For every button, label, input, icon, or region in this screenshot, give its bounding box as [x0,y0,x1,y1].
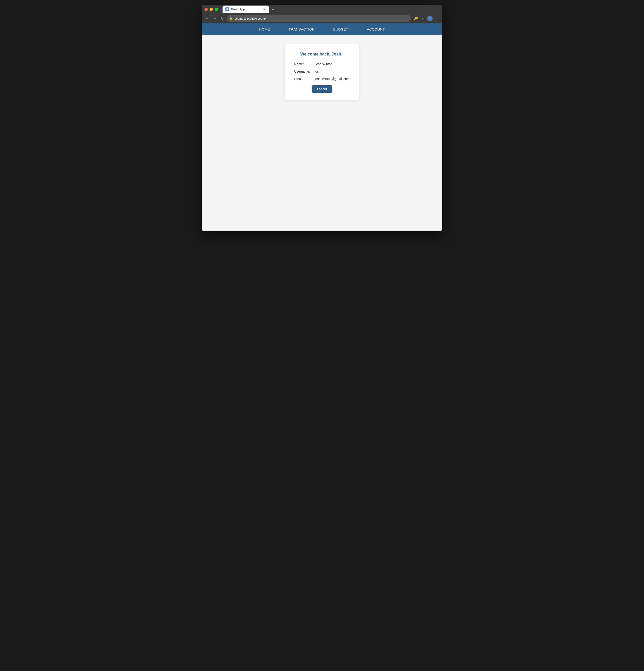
logout-button[interactable]: Logout [312,85,333,93]
username-row: Username: josh [294,69,350,73]
browser-tab-active[interactable]: R React App × [223,5,269,13]
browser-addressbar: ← → ↻ 🔒 localhost:3001/Account/ 🔑 ☆ J ⋮ [202,14,442,23]
tab-title: React App [231,8,260,11]
minimize-traffic-light[interactable] [210,8,213,11]
address-url: localhost:3001/Account/ [234,17,266,20]
menu-icon[interactable]: ⋮ [434,16,439,21]
new-tab-button[interactable]: + [270,7,276,13]
logout-container: Logout [294,85,350,93]
tab-bar: R React App × + [223,5,439,13]
email-label: Email: [294,77,313,81]
maximize-traffic-light[interactable] [215,8,218,11]
email-value: joshcwinton@gmail.com [314,77,349,81]
address-lock-icon: 🔒 [229,17,233,20]
browser-actions: 🔑 ☆ J ⋮ [413,16,439,21]
address-bar[interactable]: 🔒 localhost:3001/Account/ [227,15,411,22]
username-label: Username: [294,69,313,73]
username-value: josh [314,69,321,73]
nav-item-budget[interactable]: BUDGET [333,27,348,31]
back-button[interactable]: ← [205,16,210,21]
forward-button[interactable]: → [212,16,218,21]
traffic-lights [205,8,218,11]
nav-item-transaction[interactable]: TRANSACTION [288,27,314,31]
name-row: Name: Josh Winton [294,62,350,66]
key-icon[interactable]: 🔑 [413,16,419,21]
account-card: Welcome back, Josh ! Name: Josh Winton U… [285,45,359,100]
email-row: Email: joshcwinton@gmail.com [294,77,350,81]
browser-chrome: R React App × + ← → ↻ 🔒 localhost:3001/A… [202,5,442,23]
bookmark-icon[interactable]: ☆ [420,16,426,21]
app-content: HOME TRANSACTION BUDGET ACCOUNT Welcome … [202,23,442,231]
nav-item-account[interactable]: ACCOUNT [367,27,385,31]
refresh-button[interactable]: ↻ [219,16,225,21]
name-value: Josh Winton [314,62,332,66]
navbar: HOME TRANSACTION BUDGET ACCOUNT [202,23,442,35]
name-label: Name: [294,62,313,66]
profile-button[interactable]: J [427,16,433,21]
close-traffic-light[interactable] [205,8,208,11]
browser-titlebar: R React App × + [202,5,442,14]
main-content: Welcome back, Josh ! Name: Josh Winton U… [202,35,442,109]
tab-favicon: R [225,8,229,11]
nav-item-home[interactable]: HOME [259,27,270,31]
browser-window: R React App × + ← → ↻ 🔒 localhost:3001/A… [202,5,442,231]
tab-close-button[interactable]: × [262,8,266,11]
welcome-title: Welcome back, Josh ! [294,52,350,56]
